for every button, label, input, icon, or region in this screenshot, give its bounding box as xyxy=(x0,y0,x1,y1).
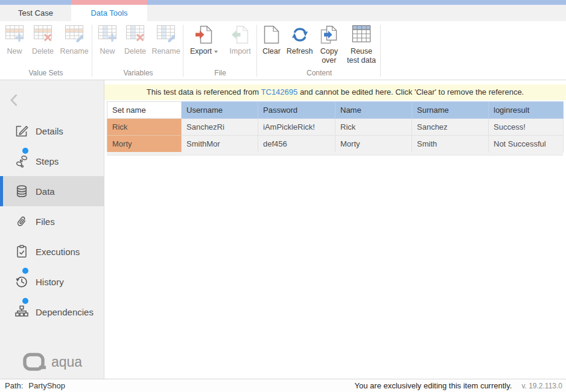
button-label: Reuse xyxy=(351,47,372,56)
history-clock-icon xyxy=(14,274,29,289)
sidebar-item-data[interactable]: Data xyxy=(0,176,104,206)
cell[interactable]: Smith xyxy=(412,136,489,153)
column-header-password: Password xyxy=(258,102,335,119)
sidebar-item-label: Dependencies xyxy=(36,307,94,317)
ribbon-group-content: Clear Refresh Copy over Reuse t xyxy=(259,21,380,80)
refresh-button[interactable]: Refresh xyxy=(285,25,315,65)
sidebar-item-label: History xyxy=(36,277,64,287)
reuse-test-data-icon xyxy=(352,25,370,47)
status-bar: Path: PartyShop You are exclusively edit… xyxy=(0,379,566,392)
button-label: Delete xyxy=(124,47,146,56)
cell[interactable]: Success! xyxy=(489,119,564,136)
group-label: File xyxy=(185,69,255,77)
clipboard-check-icon xyxy=(14,244,29,259)
column-header-loginresult: loginresult xyxy=(489,102,564,119)
ribbon-separator xyxy=(256,25,257,77)
tab-bar: Test Case Data Tools xyxy=(0,5,566,21)
sidebar-item-dependencies[interactable]: Dependencies xyxy=(0,297,104,327)
tab-data-tools[interactable]: Data Tools xyxy=(71,5,147,21)
edit-pencil-icon xyxy=(14,124,29,138)
copy-over-icon xyxy=(319,25,339,47)
clear-button[interactable]: Clear xyxy=(259,25,284,65)
button-label: over xyxy=(322,56,336,65)
tab-test-case[interactable]: Test Case xyxy=(0,5,71,21)
sidebar-item-label: Steps xyxy=(36,156,59,166)
button-label: Import xyxy=(229,47,250,56)
reuse-test-data-button[interactable]: Reuse test data xyxy=(343,25,380,65)
aqua-logo-text: aqua xyxy=(51,354,82,370)
cell-set-name[interactable]: Rick xyxy=(107,119,182,136)
export-icon xyxy=(195,25,213,47)
button-label: Export xyxy=(190,47,212,55)
test-data-table: Set name Username Password Name Surname … xyxy=(107,101,564,153)
sidebar: Details Steps Data Files Executions Hist… xyxy=(0,80,104,379)
variable-rename-button[interactable]: Rename xyxy=(150,25,182,56)
notification-text: and cannot be edited here. Click 'Clear'… xyxy=(297,87,524,96)
variable-rename-icon xyxy=(157,25,175,47)
aqua-logo: aqua xyxy=(0,352,104,372)
exclusive-editing-notice: You are exclusively editing this item cu… xyxy=(355,381,512,390)
button-label: Rename xyxy=(60,47,88,56)
ribbon-separator xyxy=(183,25,183,77)
value-set-delete-icon xyxy=(34,25,52,47)
variable-new-icon xyxy=(98,25,116,47)
org-chart-icon xyxy=(14,305,29,319)
export-button[interactable]: Export xyxy=(185,25,223,56)
variable-delete-icon xyxy=(126,25,144,47)
cell[interactable]: iAmPickleRick! xyxy=(258,119,335,136)
cell-set-name[interactable]: Morty xyxy=(107,136,182,153)
reference-notification-bar: This test data is referenced from TC1426… xyxy=(104,84,566,100)
notification-text: This test data is referenced from xyxy=(147,87,261,96)
button-label: New xyxy=(7,47,22,56)
notification-dot xyxy=(22,268,28,274)
test-case-link[interactable]: TC142695 xyxy=(261,87,298,96)
top-accent-strip xyxy=(0,0,566,5)
sidebar-item-history[interactable]: History xyxy=(0,267,104,297)
cell[interactable]: Not Successful xyxy=(489,136,564,153)
import-button[interactable]: Import xyxy=(225,25,255,56)
paperclip-icon xyxy=(14,214,29,229)
table-header-row: Set name Username Password Name Surname … xyxy=(107,102,564,119)
button-label: test data xyxy=(347,56,376,65)
value-set-new-button[interactable]: New xyxy=(1,25,28,56)
value-set-rename-icon xyxy=(65,25,83,47)
version-label: v. 19.2.113.0 xyxy=(521,382,562,390)
table-row: Morty SmithMor def456 Morty Smith Not Su… xyxy=(107,136,564,153)
group-label: Value Sets xyxy=(1,69,91,77)
ribbon: New Delete Rename Value Sets xyxy=(0,21,566,80)
column-header-surname: Surname xyxy=(412,102,489,119)
cell[interactable]: SmithMor xyxy=(182,136,258,153)
cell[interactable]: Sanchez xyxy=(412,119,489,136)
clear-icon xyxy=(264,25,279,47)
database-icon xyxy=(14,184,29,198)
sidebar-item-files[interactable]: Files xyxy=(0,206,104,236)
column-header-username: Username xyxy=(182,102,258,119)
active-tab-accent-strip xyxy=(71,0,147,5)
cell[interactable]: SanchezRi xyxy=(182,119,258,136)
button-label: Delete xyxy=(32,47,54,56)
button-label: Copy xyxy=(320,47,338,56)
ribbon-separator xyxy=(92,25,92,77)
ribbon-group-value-sets: New Delete Rename Value Sets xyxy=(1,21,91,80)
column-header-set-name: Set name xyxy=(107,102,182,119)
ribbon-group-file: Export Import File xyxy=(185,21,255,80)
column-header-name: Name xyxy=(335,102,412,119)
sidebar-item-details[interactable]: Details xyxy=(0,116,104,146)
cell[interactable]: Rick xyxy=(335,119,412,136)
variable-delete-button[interactable]: Delete xyxy=(121,25,150,56)
collapse-sidebar-button[interactable] xyxy=(10,93,18,109)
sidebar-item-label: Files xyxy=(36,217,55,227)
value-set-delete-button[interactable]: Delete xyxy=(28,25,57,56)
value-set-rename-button[interactable]: Rename xyxy=(58,25,91,56)
cell[interactable]: Morty xyxy=(335,136,412,153)
ribbon-group-variables: New Delete Rename Variables xyxy=(94,21,182,80)
variable-new-button[interactable]: New xyxy=(94,25,121,56)
cell[interactable]: def456 xyxy=(258,136,335,153)
copy-over-button[interactable]: Copy over xyxy=(315,25,343,65)
table-empty-row-stub xyxy=(107,152,563,156)
refresh-icon xyxy=(291,25,309,47)
sidebar-item-executions[interactable]: Executions xyxy=(0,236,104,267)
sidebar-item-label: Executions xyxy=(36,247,80,257)
button-label: New xyxy=(100,47,115,56)
sidebar-item-steps[interactable]: Steps xyxy=(0,146,104,176)
